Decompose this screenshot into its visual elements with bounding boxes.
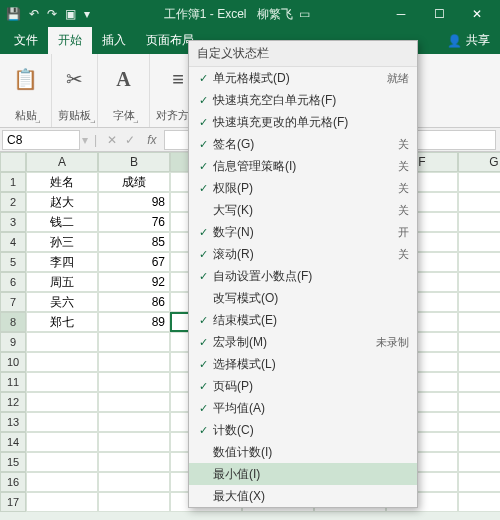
cell-G2[interactable] xyxy=(458,192,500,212)
cell-G3[interactable] xyxy=(458,212,500,232)
cell-B13[interactable] xyxy=(98,412,170,432)
row-header-16[interactable]: 16 xyxy=(0,472,26,492)
menu-item-19[interactable]: 最大值(X) xyxy=(189,485,417,507)
cell-B15[interactable] xyxy=(98,452,170,472)
cell-B17[interactable] xyxy=(98,492,170,512)
camera-icon[interactable]: ▣ xyxy=(65,7,76,21)
fx-icon[interactable]: fx xyxy=(139,133,164,147)
cell-A6[interactable]: 周五 xyxy=(26,272,98,292)
cell-B12[interactable] xyxy=(98,392,170,412)
select-all-corner[interactable] xyxy=(0,152,26,172)
menu-item-4[interactable]: ✓ 信息管理策略(I) 关 xyxy=(189,155,417,177)
menu-item-15[interactable]: ✓ 平均值(A) xyxy=(189,397,417,419)
cell-B6[interactable]: 92 xyxy=(98,272,170,292)
share-button[interactable]: 👤共享 xyxy=(437,27,500,54)
undo-icon[interactable]: ↶ xyxy=(29,7,39,21)
cell-A14[interactable] xyxy=(26,432,98,452)
cell-A9[interactable] xyxy=(26,332,98,352)
menu-item-3[interactable]: ✓ 签名(G) 关 xyxy=(189,133,417,155)
row-header-8[interactable]: 8 xyxy=(0,312,26,332)
menu-item-17[interactable]: 数值计数(I) xyxy=(189,441,417,463)
cell-B5[interactable]: 67 xyxy=(98,252,170,272)
cell-A5[interactable]: 李四 xyxy=(26,252,98,272)
cell-G8[interactable] xyxy=(458,312,500,332)
menu-item-14[interactable]: ✓ 页码(P) xyxy=(189,375,417,397)
menu-item-18[interactable]: 最小值(I) xyxy=(189,463,417,485)
align-icon[interactable]: ≡ xyxy=(172,57,184,101)
cell-B4[interactable]: 85 xyxy=(98,232,170,252)
cell-B11[interactable] xyxy=(98,372,170,392)
menu-item-0[interactable]: ✓ 单元格模式(D) 就绪 xyxy=(189,67,417,89)
paste-icon[interactable]: 📋 xyxy=(13,57,38,101)
menu-item-16[interactable]: ✓ 计数(C) xyxy=(189,419,417,441)
cell-G16[interactable] xyxy=(458,472,500,492)
menu-item-13[interactable]: ✓ 选择模式(L) xyxy=(189,353,417,375)
cell-B7[interactable]: 86 xyxy=(98,292,170,312)
cell-A13[interactable] xyxy=(26,412,98,432)
cell-G14[interactable] xyxy=(458,432,500,452)
cell-B9[interactable] xyxy=(98,332,170,352)
menu-item-9[interactable]: ✓ 自动设置小数点(F) xyxy=(189,265,417,287)
row-header-17[interactable]: 17 xyxy=(0,492,26,512)
cell-G17[interactable] xyxy=(458,492,500,512)
col-header-G[interactable]: G xyxy=(458,152,500,172)
minimize-button[interactable]: ─ xyxy=(384,4,418,24)
cell-G5[interactable] xyxy=(458,252,500,272)
qat-more-icon[interactable]: ▾ xyxy=(84,7,90,21)
cell-G10[interactable] xyxy=(458,352,500,372)
menu-item-5[interactable]: ✓ 权限(P) 关 xyxy=(189,177,417,199)
cell-B16[interactable] xyxy=(98,472,170,492)
cell-B1[interactable]: 成绩 xyxy=(98,172,170,192)
clipboard-icon[interactable]: ✂ xyxy=(66,57,83,101)
menu-item-2[interactable]: ✓ 快速填充更改的单元格(F) xyxy=(189,111,417,133)
cell-B14[interactable] xyxy=(98,432,170,452)
row-header-5[interactable]: 5 xyxy=(0,252,26,272)
menu-item-11[interactable]: ✓ 结束模式(E) xyxy=(189,309,417,331)
row-header-10[interactable]: 10 xyxy=(0,352,26,372)
row-header-3[interactable]: 3 xyxy=(0,212,26,232)
cell-G11[interactable] xyxy=(458,372,500,392)
cell-G9[interactable] xyxy=(458,332,500,352)
tab-insert[interactable]: 插入 xyxy=(92,27,136,54)
row-header-15[interactable]: 15 xyxy=(0,452,26,472)
tab-file[interactable]: 文件 xyxy=(4,27,48,54)
menu-item-6[interactable]: 大写(K) 关 xyxy=(189,199,417,221)
row-header-6[interactable]: 6 xyxy=(0,272,26,292)
cell-A4[interactable]: 孙三 xyxy=(26,232,98,252)
row-header-11[interactable]: 11 xyxy=(0,372,26,392)
menu-item-1[interactable]: ✓ 快速填充空白单元格(F) xyxy=(189,89,417,111)
cell-A8[interactable]: 郑七 xyxy=(26,312,98,332)
row-header-9[interactable]: 9 xyxy=(0,332,26,352)
confirm-icon[interactable]: ✓ xyxy=(121,133,139,147)
close-button[interactable]: ✕ xyxy=(460,4,494,24)
cell-B8[interactable]: 89 xyxy=(98,312,170,332)
row-header-1[interactable]: 1 xyxy=(0,172,26,192)
row-header-4[interactable]: 4 xyxy=(0,232,26,252)
maximize-button[interactable]: ☐ xyxy=(422,4,456,24)
cell-A3[interactable]: 钱二 xyxy=(26,212,98,232)
cell-A12[interactable] xyxy=(26,392,98,412)
cell-G13[interactable] xyxy=(458,412,500,432)
cell-B3[interactable]: 76 xyxy=(98,212,170,232)
row-header-13[interactable]: 13 xyxy=(0,412,26,432)
menu-item-10[interactable]: 改写模式(O) xyxy=(189,287,417,309)
col-header-B[interactable]: B xyxy=(98,152,170,172)
col-header-A[interactable]: A xyxy=(26,152,98,172)
name-box[interactable] xyxy=(2,130,80,150)
cancel-icon[interactable]: ✕ xyxy=(103,133,121,147)
row-header-7[interactable]: 7 xyxy=(0,292,26,312)
cell-G1[interactable] xyxy=(458,172,500,192)
cell-A16[interactable] xyxy=(26,472,98,492)
row-header-12[interactable]: 12 xyxy=(0,392,26,412)
cell-G4[interactable] xyxy=(458,232,500,252)
cell-A1[interactable]: 姓名 xyxy=(26,172,98,192)
cell-G15[interactable] xyxy=(458,452,500,472)
menu-item-7[interactable]: ✓ 数字(N) 开 xyxy=(189,221,417,243)
row-header-2[interactable]: 2 xyxy=(0,192,26,212)
redo-icon[interactable]: ↷ xyxy=(47,7,57,21)
cell-G12[interactable] xyxy=(458,392,500,412)
cell-A10[interactable] xyxy=(26,352,98,372)
menu-item-12[interactable]: ✓ 宏录制(M) 未录制 xyxy=(189,331,417,353)
cell-A11[interactable] xyxy=(26,372,98,392)
save-icon[interactable]: 💾 xyxy=(6,7,21,21)
